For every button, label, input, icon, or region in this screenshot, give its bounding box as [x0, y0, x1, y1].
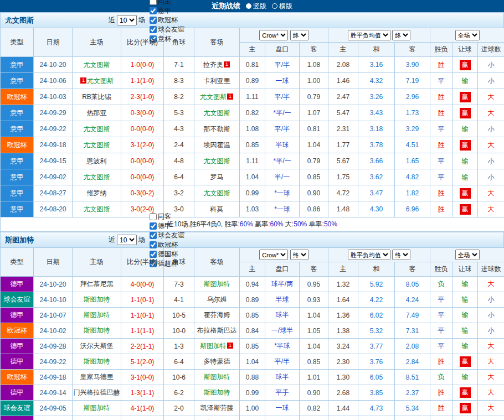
team-link[interactable]: 尤文图斯 [84, 125, 110, 133]
odds-home: 1.08 [240, 121, 265, 137]
team-link[interactable]: 卡利亚里 [204, 77, 230, 85]
match-count-select[interactable]: 10 [117, 235, 137, 245]
team-link[interactable]: 斯图加特 [84, 357, 110, 365]
team-link[interactable]: 斯图加特 [204, 280, 230, 288]
欧冠杯-checkbox[interactable] [150, 17, 157, 24]
handicap-line: 一球 [265, 401, 300, 416]
意甲-checkbox[interactable] [150, 7, 157, 14]
同主-checkbox[interactable] [150, 0, 157, 5]
result-goals: 大 [478, 201, 504, 217]
league-badge: 意甲 [1, 201, 34, 217]
team-link[interactable]: 斯图加特 [84, 326, 110, 334]
team-link[interactable]: 热那亚 [87, 109, 107, 117]
同客-checkbox[interactable] [150, 213, 157, 220]
team-link[interactable]: 尤文图斯 [204, 109, 230, 117]
filter-欧冠杯[interactable]: 欧冠杯 [147, 15, 184, 25]
horizontal-radio[interactable] [272, 3, 277, 9]
team-link[interactable]: 尤文图斯 [84, 205, 110, 213]
欧冠杯-checkbox[interactable] [150, 241, 157, 248]
odds-final-select[interactable]: 终 [290, 250, 308, 260]
球会友谊-checkbox[interactable] [150, 232, 157, 239]
team-link[interactable]: 斯图加特 [84, 295, 110, 303]
wdl-average-select[interactable]: 胜平负均值 [348, 250, 390, 260]
team-link[interactable]: 门兴格拉德巴赫 [74, 388, 120, 396]
team-link[interactable]: 尤文图斯 [200, 93, 227, 101]
filter-德甲[interactable]: 德甲 [147, 221, 184, 231]
filter-球会友谊[interactable]: 球会友谊 [147, 25, 184, 34]
team-link[interactable]: 尤文图斯 [87, 77, 114, 85]
fulltime-select[interactable]: 全场 [455, 250, 480, 260]
match-count-select[interactable]: 10 [117, 15, 137, 25]
filter-欧冠杯[interactable]: 欧冠杯 [147, 240, 184, 250]
team-link[interactable]: 尤文图斯 [204, 157, 230, 165]
德甲-checkbox[interactable] [150, 222, 157, 230]
team-link[interactable]: 拜仁慕尼黑 [80, 280, 114, 288]
layout-radio-vertical[interactable]: 竖版 [246, 2, 266, 11]
team-link[interactable]: 尤文图斯 [204, 189, 230, 197]
team-link[interactable]: 沃尔夫斯堡 [80, 342, 114, 350]
result-handicap: 输 [452, 277, 478, 292]
team-link[interactable]: 多特蒙德 [204, 357, 230, 365]
europe-home: 1.75 [328, 169, 358, 185]
europe-away: 8.51 [395, 370, 430, 385]
team-link[interactable]: 凯泽斯劳滕 [200, 404, 234, 412]
team-link[interactable]: 罗马 [210, 173, 224, 181]
match-date: 24-09-14 [34, 385, 73, 401]
league-badge: 意甲 [1, 185, 34, 201]
handicap-line: 半球 [265, 137, 300, 153]
home-team-cell: 尤文图斯 [73, 57, 121, 73]
filter-同客[interactable]: 同客 [147, 212, 184, 221]
team-link[interactable]: 布拉格斯巴达 [197, 326, 237, 334]
wdl-average-select[interactable]: 胜平负均值 [348, 30, 390, 40]
team-link[interactable]: 斯图加特 [84, 404, 110, 412]
filter-同主[interactable]: 同主 [147, 0, 184, 6]
league-badge: 欧冠杯 [1, 323, 34, 339]
德国杯-checkbox[interactable] [150, 251, 157, 258]
team-link[interactable]: 霍芬海姆 [204, 311, 230, 319]
near-label: 近 [109, 235, 115, 245]
team-link[interactable]: 皇家马德里 [80, 373, 114, 381]
fulltime-select[interactable]: 全场 [455, 30, 480, 40]
team-link[interactable]: 斯图加特 [204, 373, 230, 381]
layout-radio-horizontal[interactable]: 横版 [272, 2, 292, 11]
topbar: 近期战绩 竖版 横版 [0, 0, 504, 12]
team-link[interactable]: 尤文图斯 [84, 173, 110, 181]
team-link[interactable]: 恩波利 [87, 157, 107, 165]
result-handicap: 输 [452, 308, 478, 323]
odds-home: 1.03 [240, 201, 265, 217]
team-link[interactable]: 埃因霍温 [204, 141, 230, 149]
odds-company-select[interactable]: Crow* [259, 250, 288, 260]
wdl-final-select[interactable]: 终 [392, 250, 410, 260]
team-link[interactable]: 尤文图斯 [84, 141, 110, 149]
match-date: 24-08-31 [34, 416, 73, 420]
handicap-line: *半/一 [265, 153, 300, 169]
team-link[interactable]: 拉齐奥 [203, 61, 223, 69]
filter-球会友谊[interactable]: 球会友谊 [147, 231, 184, 240]
team-link[interactable]: 斯图加特 [200, 342, 227, 350]
team-link[interactable]: RB莱比锡 [82, 93, 111, 101]
table-row: 德甲 24-09-28 沃尔夫斯堡 2-2(1-1) 1-3 斯图加特1 0.8… [1, 339, 504, 354]
handicap-win-badge: 赢 [460, 60, 471, 70]
team-link[interactable]: 那不勒斯 [204, 125, 230, 133]
team-link[interactable]: 维罗纳 [87, 189, 107, 197]
europe-draw: 6.05 [358, 370, 395, 385]
wdl-final-select[interactable]: 终 [392, 30, 410, 40]
team-link[interactable]: 乌尔姆 [207, 295, 227, 303]
vertical-radio[interactable] [246, 3, 251, 9]
odds-away: 1.05 [300, 323, 328, 339]
odds-final-select[interactable]: 终 [290, 30, 308, 40]
table-row: 欧冠杯 24-09-18 皇家马德里 3-1(0-0) 10-6 斯图加特 0.… [1, 370, 504, 385]
score: 1-3(1-1) [121, 385, 164, 401]
team-link[interactable]: 尤文图斯 [84, 61, 110, 69]
team-link[interactable]: 斯图加特 [84, 311, 110, 319]
europe-away: 1.73 [395, 105, 430, 121]
球会友谊-checkbox[interactable] [150, 26, 157, 33]
result-goals: 大 [478, 137, 504, 153]
odds-company-select[interactable]: Crow* [259, 30, 288, 40]
filter-意甲[interactable]: 意甲 [147, 6, 184, 15]
team-link[interactable]: 科莫 [210, 205, 224, 213]
handicap-win-badge: 赢 [460, 188, 471, 199]
team-link[interactable]: 斯图加特 [204, 388, 230, 396]
odds-home: 0.89 [240, 73, 265, 89]
away-team-cell: 斯图加特 [194, 277, 240, 292]
